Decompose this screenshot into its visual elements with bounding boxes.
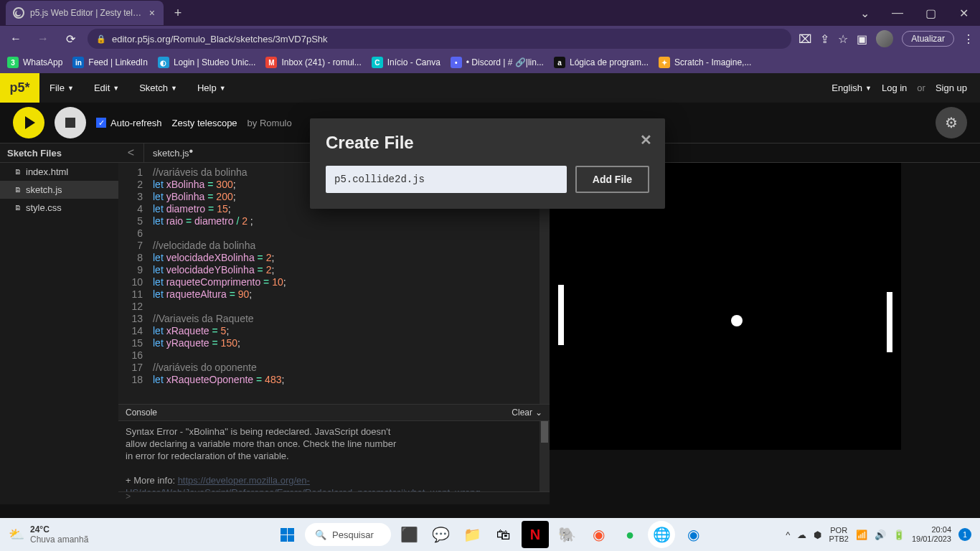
gear-icon[interactable]: ⚙ xyxy=(936,107,967,138)
bookmark-label: Scratch - Imagine,... xyxy=(674,57,751,67)
signup-link[interactable]: Sign up xyxy=(936,83,967,93)
explorer-icon[interactable]: 📁 xyxy=(458,521,486,548)
reload-icon[interactable]: ⟳ xyxy=(60,29,80,49)
caret-down-icon: ▼ xyxy=(67,85,74,92)
sketch-name[interactable]: Zesty telescope xyxy=(172,118,237,128)
unsaved-dot-icon: • xyxy=(189,145,194,157)
bookmark-label: Início - Canva xyxy=(387,57,440,67)
bookmark-label: WhatsApp xyxy=(23,57,62,67)
checkbox-checked-icon: ✓ xyxy=(96,118,106,128)
update-button[interactable]: Atualizar xyxy=(902,31,954,47)
bookmark-item[interactable]: MInbox (241) - romul... xyxy=(265,57,361,68)
store-icon[interactable]: 🛍 xyxy=(490,521,517,548)
login-link[interactable]: Log in xyxy=(882,83,907,93)
back-icon[interactable]: ← xyxy=(6,29,26,49)
auto-refresh-toggle[interactable]: ✓ Auto-refresh xyxy=(96,118,162,128)
close-icon[interactable]: × xyxy=(149,7,155,19)
globe-icon xyxy=(13,7,24,19)
battery-icon[interactable]: 🔋 xyxy=(893,529,905,540)
weather-widget[interactable]: ⛅ 24°C Chuva amanhã xyxy=(9,524,88,545)
minimize-icon[interactable]: — xyxy=(881,0,914,26)
tray-chevron-icon[interactable]: ^ xyxy=(786,529,790,540)
menu-file[interactable]: File▼ xyxy=(39,73,84,103)
file-item[interactable]: 🗎style.css xyxy=(0,199,118,217)
menu-edit[interactable]: Edit▼ xyxy=(84,73,129,103)
sketch-files-header: Sketch Files xyxy=(0,143,118,163)
weather-icon: ⛅ xyxy=(9,527,24,542)
chrome-icon[interactable]: 🌐 xyxy=(648,521,675,548)
bookmark-favicon: C xyxy=(372,57,383,68)
bookmark-favicon: 3 xyxy=(7,57,19,68)
maximize-icon[interactable]: ▢ xyxy=(914,0,947,26)
caret-down-icon: ▼ xyxy=(171,85,177,92)
bookmark-item[interactable]: ✦Scratch - Imagine,... xyxy=(659,57,751,68)
address-bar[interactable]: 🔒 editor.p5js.org/Romulo_Black/sketches/… xyxy=(88,29,791,49)
file-item[interactable]: 🗎sketch.js xyxy=(0,181,118,199)
active-file-tab[interactable]: sketch.js• xyxy=(144,146,202,159)
play-button[interactable] xyxy=(13,107,44,138)
evernote-icon[interactable]: 🐘 xyxy=(553,521,580,548)
new-tab-button[interactable]: + xyxy=(168,3,188,23)
translate-icon[interactable]: ⌧ xyxy=(798,32,811,46)
start-button[interactable] xyxy=(273,521,301,548)
file-icon: 🗎 xyxy=(14,186,22,194)
menu-icon[interactable]: ⋮ xyxy=(963,32,974,46)
onedrive-icon[interactable]: ☁ xyxy=(797,529,806,540)
bookmark-item[interactable]: aLógica de program... xyxy=(554,57,649,68)
file-name: style.css xyxy=(26,202,62,213)
file-item[interactable]: 🗎index.html xyxy=(0,163,118,181)
clock[interactable]: 20:0419/01/2023 xyxy=(912,525,951,544)
browser-tab[interactable]: p5.js Web Editor | Zesty telescope × xyxy=(6,1,164,25)
close-icon[interactable]: ✕ xyxy=(640,131,652,149)
spotify-icon[interactable]: ● xyxy=(616,521,644,548)
bookmark-item[interactable]: ◐Login | Studeo Unic... xyxy=(158,57,256,68)
paddle-left xyxy=(558,285,564,345)
close-window-icon[interactable]: ✕ xyxy=(947,0,980,26)
or-text: or xyxy=(917,83,925,93)
caret-down-icon: ▼ xyxy=(113,85,119,92)
menu-sketch[interactable]: Sketch▼ xyxy=(129,73,187,103)
extensions-icon[interactable]: ▣ xyxy=(857,32,867,46)
url-text: editor.p5js.org/Romulo_Black/sketches/3m… xyxy=(112,34,328,44)
paddle-right xyxy=(887,292,892,352)
add-file-button[interactable]: Add File xyxy=(575,166,649,193)
tab-title: p5.js Web Editor | Zesty telescope xyxy=(30,8,143,18)
p5-logo[interactable]: p5* xyxy=(0,73,39,103)
netflix-icon[interactable]: N xyxy=(522,521,549,548)
caret-down-icon: ▼ xyxy=(220,85,226,92)
console-link[interactable]: https://developer.mozilla.org/en-US/docs… xyxy=(126,475,481,491)
bookmark-item[interactable]: •• Discord | # 🔗|lin... xyxy=(451,57,544,68)
language-indicator[interactable]: PORPTB2 xyxy=(829,526,849,543)
volume-icon[interactable]: 🔊 xyxy=(875,529,886,540)
console-clear-button[interactable]: Clear ⌄ xyxy=(512,408,542,418)
chat-icon[interactable]: 💬 xyxy=(427,521,454,548)
profile-avatar[interactable] xyxy=(876,30,893,47)
scrollbar[interactable] xyxy=(540,421,550,491)
taskbar-search[interactable]: 🔍Pesquisar xyxy=(305,523,391,546)
notification-badge[interactable]: 1 xyxy=(958,528,971,541)
bookmark-item[interactable]: CInício - Canva xyxy=(372,57,440,68)
language-select[interactable]: English▼ xyxy=(831,73,872,103)
chevron-down-icon[interactable]: ⌄ xyxy=(848,0,881,26)
star-icon[interactable]: ☆ xyxy=(838,32,848,46)
bookmark-label: Inbox (241) - romul... xyxy=(281,57,361,67)
lock-icon: 🔒 xyxy=(96,34,106,44)
task-view-icon[interactable]: ⬛ xyxy=(395,521,423,548)
wifi-icon[interactable]: 📶 xyxy=(856,529,867,540)
stop-button[interactable] xyxy=(55,107,86,138)
menu-help[interactable]: Help▼ xyxy=(187,73,236,103)
console-output: Syntax Error - "xBolinha" is being redec… xyxy=(118,421,550,491)
edge-icon[interactable]: ◉ xyxy=(679,521,707,548)
caret-down-icon: ▼ xyxy=(865,85,872,92)
bookmark-item[interactable]: inFeed | LinkedIn xyxy=(72,57,148,68)
collapse-sidebar-icon[interactable]: < xyxy=(118,143,144,163)
temperature: 24°C xyxy=(30,524,88,534)
console-input[interactable]: > xyxy=(118,491,550,504)
brave-icon[interactable]: ◉ xyxy=(585,521,612,548)
dropbox-icon[interactable]: ⬢ xyxy=(814,529,821,540)
share-icon[interactable]: ⇪ xyxy=(820,32,829,46)
bookmark-item[interactable]: 3WhatsApp xyxy=(7,57,62,68)
chevron-down-icon: ⌄ xyxy=(535,408,542,418)
filename-input[interactable] xyxy=(326,166,567,193)
forward-icon: → xyxy=(33,29,53,49)
